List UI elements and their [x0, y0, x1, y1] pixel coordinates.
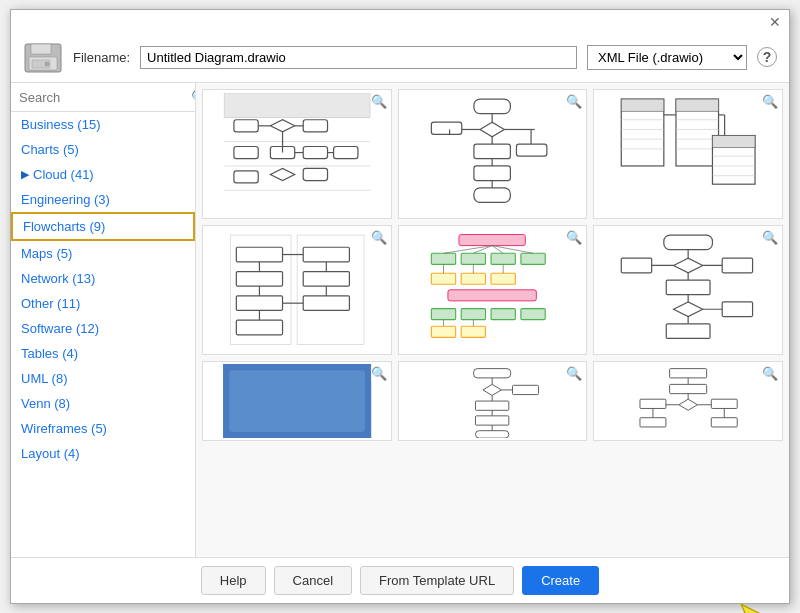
svg-rect-50 [676, 99, 719, 111]
template-card-6[interactable]: 🔍 [593, 225, 783, 355]
help-button[interactable]: Help [201, 566, 266, 595]
svg-rect-18 [333, 147, 357, 159]
svg-rect-70 [303, 247, 349, 262]
category-item-tables[interactable]: Tables (4) [11, 341, 195, 366]
svg-rect-12 [234, 147, 258, 159]
svg-rect-148 [711, 418, 737, 427]
svg-rect-120 [621, 258, 651, 273]
template-url-button[interactable]: From Template URL [360, 566, 514, 595]
template-card-2[interactable]: 🔍 [398, 89, 588, 219]
svg-rect-44 [621, 99, 664, 111]
svg-rect-87 [462, 273, 486, 284]
magnify-icon-1[interactable]: 🔍 [371, 94, 387, 109]
svg-rect-82 [432, 254, 456, 265]
svg-rect-124 [474, 369, 511, 378]
template-card-1[interactable]: 🔍 [202, 89, 392, 219]
filename-label: Filename: [73, 50, 130, 65]
svg-rect-110 [666, 280, 710, 295]
template-card-5[interactable]: 🔍 [398, 225, 588, 355]
svg-rect-13 [234, 171, 258, 183]
svg-rect-88 [491, 273, 515, 284]
magnify-icon-9[interactable]: 🔍 [762, 366, 778, 381]
magnify-icon-6[interactable]: 🔍 [762, 230, 778, 245]
template-card-4[interactable]: 🔍 [202, 225, 392, 355]
template-card-3[interactable]: 🔍 [593, 89, 783, 219]
category-item-charts[interactable]: Charts (5) [11, 137, 195, 162]
help-icon[interactable]: ? [757, 47, 777, 67]
svg-rect-15 [303, 120, 327, 132]
category-item-other[interactable]: Other (11) [11, 291, 195, 316]
magnify-icon-3[interactable]: 🔍 [762, 94, 778, 109]
svg-rect-93 [521, 309, 545, 320]
filename-input[interactable] [140, 46, 577, 69]
category-item-business[interactable]: Business (15) [11, 112, 195, 137]
category-item-software[interactable]: Software (12) [11, 316, 195, 341]
svg-rect-72 [303, 296, 349, 311]
magnify-icon-2[interactable]: 🔍 [566, 94, 582, 109]
svg-rect-92 [491, 309, 515, 320]
sidebar: 🔍 Business (15) Charts (5) ▶ Cloud (41) … [11, 83, 196, 557]
template-card-8[interactable]: 🔍 [398, 361, 588, 441]
category-item-network[interactable]: Network (13) [11, 266, 195, 291]
svg-rect-144 [711, 399, 737, 408]
template-card-7[interactable]: 🔍 [202, 361, 392, 441]
svg-rect-11 [234, 120, 258, 132]
svg-rect-95 [462, 326, 486, 337]
svg-rect-81 [459, 235, 525, 246]
disk-icon [23, 40, 63, 74]
magnify-icon-8[interactable]: 🔍 [566, 366, 582, 381]
category-item-venn[interactable]: Venn (8) [11, 391, 195, 416]
svg-rect-146 [640, 418, 666, 427]
cloud-arrow-icon: ▶ [21, 168, 29, 181]
svg-point-4 [45, 62, 49, 66]
svg-rect-68 [236, 296, 282, 311]
create-button[interactable]: Create [522, 566, 599, 595]
svg-rect-94 [432, 326, 456, 337]
svg-rect-106 [664, 235, 713, 250]
search-input[interactable] [19, 90, 187, 105]
svg-rect-142 [640, 399, 666, 408]
category-item-uml[interactable]: UML (8) [11, 366, 195, 391]
magnify-icon-5[interactable]: 🔍 [566, 230, 582, 245]
category-item-flowcharts[interactable]: Flowcharts (9) [11, 212, 195, 241]
svg-rect-33 [474, 188, 510, 203]
category-item-cloud[interactable]: ▶ Cloud (41) [11, 162, 195, 187]
svg-rect-130 [476, 416, 509, 425]
title-bar: ✕ [11, 10, 789, 34]
svg-rect-67 [236, 272, 282, 287]
template-card-9[interactable]: 🔍 [593, 361, 783, 441]
close-button[interactable]: ✕ [767, 14, 783, 30]
category-item-wireframes[interactable]: Wireframes (5) [11, 416, 195, 441]
svg-rect-71 [303, 272, 349, 287]
svg-rect-128 [476, 401, 509, 410]
svg-rect-32 [474, 166, 510, 181]
footer: Help Cancel From Template URL Create [11, 558, 789, 603]
svg-rect-90 [432, 309, 456, 320]
svg-rect-134 [513, 385, 539, 394]
category-item-layout[interactable]: Layout (4) [11, 441, 195, 466]
svg-rect-83 [462, 254, 486, 265]
svg-rect-10 [224, 93, 370, 117]
svg-rect-138 [670, 384, 707, 393]
category-list: Business (15) Charts (5) ▶ Cloud (41) En… [11, 112, 195, 557]
main-content: 🔍 Business (15) Charts (5) ▶ Cloud (41) … [11, 83, 789, 558]
svg-rect-31 [474, 144, 510, 159]
cancel-button[interactable]: Cancel [274, 566, 352, 595]
svg-rect-37 [517, 144, 547, 156]
category-item-engineering[interactable]: Engineering (3) [11, 187, 195, 212]
new-diagram-dialog: ✕ Filename: XML File (.drawio) PNG File … [10, 9, 790, 604]
magnify-icon-7[interactable]: 🔍 [371, 366, 387, 381]
svg-rect-86 [432, 273, 456, 284]
svg-rect-84 [491, 254, 515, 265]
svg-rect-40 [432, 122, 462, 134]
svg-rect-136 [670, 369, 707, 378]
svg-rect-89 [448, 290, 536, 301]
category-item-maps[interactable]: Maps (5) [11, 241, 195, 266]
magnify-icon-4[interactable]: 🔍 [371, 230, 387, 245]
svg-rect-1 [31, 44, 51, 54]
filetype-select[interactable]: XML File (.drawio) PNG File (.png) SVG F… [587, 45, 747, 70]
svg-rect-20 [303, 169, 327, 181]
svg-rect-17 [303, 147, 327, 159]
search-box: 🔍 [11, 83, 195, 112]
templates-grid: 🔍 [202, 89, 783, 441]
